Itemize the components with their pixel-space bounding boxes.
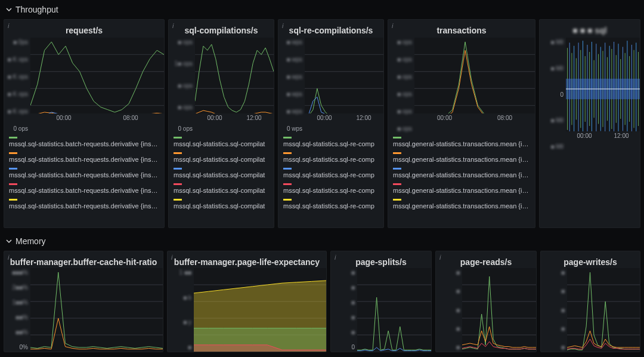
y-axis: ■ wps ■ wps ■ wps ■ wps ■ wps 0 wps xyxy=(278,38,305,133)
panel-unknown-sql[interactable]: ■ ■ ■ sql ■ Mil ■ Mil 0 ■ Mil ■ Mil xyxy=(539,19,640,228)
panel-title: request/s xyxy=(4,20,164,38)
chart-plot xyxy=(30,268,163,352)
info-icon[interactable]: i xyxy=(8,22,9,29)
legend: mssql.general-statistics.transactions.me… xyxy=(388,133,535,214)
panel-title: ■ ■ ■ sql xyxy=(540,20,640,38)
chart-plot: 00:00 12:00 xyxy=(195,38,274,122)
panel-pagelife[interactable]: i buffer-manager.page-life-expectancy 1 … xyxy=(167,251,327,352)
legend-item[interactable]: mssql.sql-statistics.batch-requests.deri… xyxy=(9,152,159,163)
panel-pagereads[interactable]: i page-reads/s ■ ■ ■ ■ ■ xyxy=(435,251,537,352)
legend-item[interactable]: mssql.sql-statistics.sql-compilat xyxy=(174,183,269,194)
panel-title: page-reads/s xyxy=(436,251,536,268)
memory-row: i buffer-manager.buffer-cache-hit-ratio … xyxy=(0,251,644,356)
y-axis: ■■■% 2■■% 1■■% ■■% ■■% 0% xyxy=(4,268,30,352)
info-icon[interactable]: i xyxy=(439,254,441,261)
legend-item[interactable]: mssql.sql-statistics.sql-re-comp xyxy=(283,199,379,210)
x-axis: 00:00 08:00 xyxy=(414,113,535,122)
x-axis: 00:00 12:00 xyxy=(566,131,640,140)
chart-plot: 00:00 12:00 xyxy=(566,38,640,140)
y-axis: ■ Mil ■ Mil 0 ■ Mil ■ Mil xyxy=(540,38,566,151)
section-throughput-header[interactable]: Throughput xyxy=(0,0,644,19)
panel-sqlrecomp[interactable]: i sql-re-compilations/s ■ wps ■ wps ■ wp… xyxy=(278,19,384,228)
chevron-down-icon xyxy=(6,238,12,244)
legend-item[interactable]: mssql.sql-statistics.sql-compilat xyxy=(174,137,269,147)
legend: mssql.sql-statistics.sql-compilat mssql.… xyxy=(169,133,274,214)
legend-item[interactable]: mssql.sql-statistics.sql-compilat xyxy=(174,152,269,163)
throughput-row: i request/s ■ 0ps ■ K ops ■ K ops ■ K op… xyxy=(0,19,644,232)
legend-item[interactable]: mssql.sql-statistics.sql-re-comp xyxy=(283,183,379,194)
panel-pagesplits[interactable]: i page-splits/s ■ ■ ■ ■ ■ 0 xyxy=(330,251,432,352)
panel-title: sql-compilations/s xyxy=(169,20,274,38)
section-title: Throughput xyxy=(16,5,58,14)
legend-item[interactable]: mssql.general-statistics.transactions.me… xyxy=(393,152,530,163)
chart-plot xyxy=(194,268,326,352)
info-icon[interactable]: i xyxy=(392,22,393,29)
y-axis: ■ ops ■ ops ■ ops ■ ops ■ ops ■ ops xyxy=(388,38,414,133)
panel-pagewrites[interactable]: page-writes/s ■ ■ ■ ■ ■ xyxy=(540,251,640,352)
legend-item[interactable]: mssql.sql-statistics.batch-requests.deri… xyxy=(9,168,159,178)
panel-title: transactions xyxy=(388,20,535,38)
panel-title: page-writes/s xyxy=(541,251,640,268)
info-icon[interactable]: i xyxy=(282,22,283,29)
section-title: Memory xyxy=(16,236,46,246)
legend-item[interactable]: mssql.general-statistics.transactions.me… xyxy=(393,137,530,147)
legend-item[interactable]: mssql.sql-statistics.sql-re-comp xyxy=(283,152,379,163)
legend-item[interactable]: mssql.sql-statistics.batch-requests.deri… xyxy=(9,137,159,147)
chart-plot xyxy=(462,268,536,352)
chart-plot: 00:00 08:00 xyxy=(414,38,535,122)
legend-item[interactable]: mssql.general-statistics.transactions.me… xyxy=(393,199,530,210)
legend-item[interactable]: mssql.general-statistics.transactions.me… xyxy=(393,183,530,194)
legend-item[interactable]: mssql.sql-statistics.sql-re-comp xyxy=(283,137,379,147)
legend: mssql.sql-statistics.sql-re-comp mssql.s… xyxy=(278,133,383,214)
panel-title: page-splits/s xyxy=(331,251,431,268)
panel-title: sql-re-compilations/s xyxy=(278,20,383,38)
y-axis: ■ ops 1■ ops ■ ops ■ ops 0 ops xyxy=(169,38,195,133)
info-icon[interactable]: i xyxy=(335,254,336,261)
panel-request[interactable]: i request/s ■ 0ps ■ K ops ■ K ops ■ K op… xyxy=(4,19,165,228)
y-axis: 1 ■■ ■ k ■ y ■ xyxy=(168,268,194,352)
panel-title: buffer-manager.page-life-expectancy xyxy=(168,251,326,268)
info-icon[interactable]: i xyxy=(171,254,172,261)
chart-plot xyxy=(567,268,640,352)
legend-item[interactable]: mssql.general-statistics.transactions.me… xyxy=(393,168,530,178)
info-icon[interactable]: i xyxy=(172,22,174,29)
legend-item[interactable]: mssql.sql-statistics.sql-compilat xyxy=(174,199,269,210)
y-axis: ■ ■ ■ ■ ■ 0 xyxy=(331,268,357,352)
legend-item[interactable]: mssql.sql-statistics.batch-requests.deri… xyxy=(9,183,159,194)
panel-title: buffer-manager.buffer-cache-hit-ratio xyxy=(4,251,163,268)
chevron-down-icon xyxy=(6,7,12,13)
chart-plot xyxy=(357,268,431,352)
legend-item[interactable]: mssql.sql-statistics.batch-requests.deri… xyxy=(9,199,159,210)
y-axis: ■ ■ ■ ■ ■ xyxy=(436,268,462,352)
y-axis: ■ ■ ■ ■ ■ xyxy=(541,268,567,352)
legend: mssql.sql-statistics.batch-requests.deri… xyxy=(4,133,164,214)
chart-plot: 00:00 08:00 xyxy=(30,38,164,122)
x-axis: 00:00 12:00 xyxy=(305,113,383,122)
x-axis: 00:00 08:00 xyxy=(30,113,164,122)
info-icon[interactable]: i xyxy=(8,254,9,261)
panel-bufhit[interactable]: i buffer-manager.buffer-cache-hit-ratio … xyxy=(4,251,163,352)
chart-plot: 00:00 12:00 xyxy=(305,38,383,122)
panel-sqlcomp[interactable]: i sql-compilations/s ■ ops 1■ ops ■ ops … xyxy=(168,19,274,228)
section-memory-header[interactable]: Memory xyxy=(0,232,644,251)
legend-item[interactable]: mssql.sql-statistics.sql-compilat xyxy=(174,168,269,178)
y-axis: ■ 0ps ■ K ops ■ K ops ■ K ops ■ K ops 0 … xyxy=(4,38,30,133)
panel-transactions[interactable]: i transactions ■ ops ■ ops ■ ops ■ ops ■… xyxy=(388,19,535,228)
legend-item[interactable]: mssql.sql-statistics.sql-re-comp xyxy=(283,168,379,178)
x-axis: 00:00 12:00 xyxy=(195,113,274,122)
